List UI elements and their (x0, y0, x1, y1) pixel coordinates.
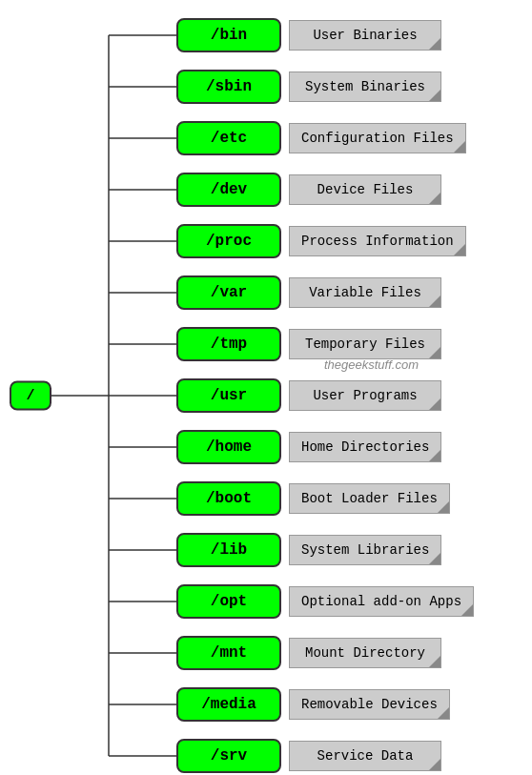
tree-row: /libSystem Libraries (176, 524, 532, 576)
branch-node-home: /home (176, 430, 281, 464)
branch-node-mnt: /mnt (176, 636, 281, 670)
tree-row: /homeHome Directories (176, 421, 532, 473)
tree-row: /srvService Data (176, 730, 532, 775)
tree-row: /mediaRemovable Devices (176, 679, 532, 730)
label-home: Home Directories (289, 432, 441, 462)
branch-node-srv: /srv (176, 739, 281, 773)
label-var: Variable Files (289, 277, 441, 308)
label-dev: Device Files (289, 174, 441, 205)
branch-node-usr: /usr (176, 378, 281, 413)
tree-row: /optOptional add-on Apps (176, 576, 532, 627)
branch-node-media: /media (176, 687, 281, 722)
branch-node-bin: /bin (176, 18, 281, 52)
label-proc: Process Information (289, 226, 466, 256)
label-boot: Boot Loader Files (289, 483, 450, 514)
branch-node-lib: /lib (176, 533, 281, 567)
branch-node-boot: /boot (176, 481, 281, 516)
label-tmp: Temporary Files (289, 329, 441, 359)
tree-row: /binUser Binaries (176, 10, 532, 61)
label-lib: System Libraries (289, 535, 441, 565)
label-mnt: Mount Directory (289, 638, 441, 668)
root-node: / (10, 381, 51, 411)
tree-row: /mntMount Directory (176, 627, 532, 679)
tree-row: /procProcess Information (176, 215, 532, 267)
branch-node-sbin: /sbin (176, 70, 281, 104)
label-opt: Optional add-on Apps (289, 586, 474, 617)
tree-row: /sbinSystem Binaries (176, 61, 532, 112)
branch-node-var: /var (176, 275, 281, 310)
label-usr: User Programs (289, 380, 441, 411)
root-label: / (10, 381, 51, 411)
branch-node-proc: /proc (176, 224, 281, 258)
tree-row: /usrUser Programs (176, 370, 532, 421)
tree-row: /bootBoot Loader Files (176, 473, 532, 524)
tree-row: /tmpTemporary Files (176, 318, 532, 370)
tree-row: /etcConfiguration Files (176, 112, 532, 164)
branch-node-tmp: /tmp (176, 327, 281, 361)
branch-node-etc: /etc (176, 121, 281, 155)
label-sbin: System Binaries (289, 71, 441, 102)
label-srv: Service Data (289, 741, 441, 771)
label-bin: User Binaries (289, 20, 441, 51)
branch-node-opt: /opt (176, 584, 281, 619)
tree-row: /devDevice Files (176, 164, 532, 215)
tree-row: /varVariable Files (176, 267, 532, 318)
branch-node-dev: /dev (176, 173, 281, 207)
label-media: Removable Devices (289, 689, 450, 720)
label-etc: Configuration Files (289, 123, 466, 153)
